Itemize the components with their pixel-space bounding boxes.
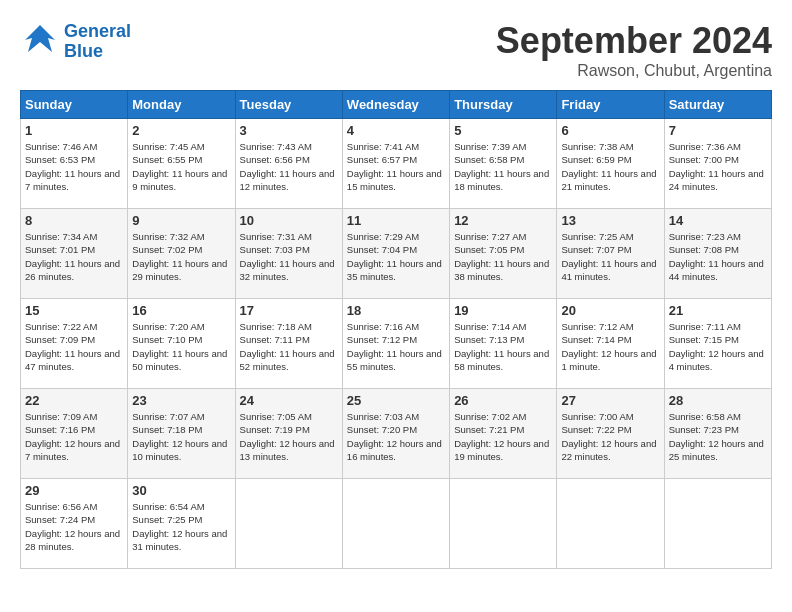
day-info: Sunrise: 7:36 AMSunset: 7:00 PMDaylight:… xyxy=(669,140,767,193)
calendar-cell: 3Sunrise: 7:43 AMSunset: 6:56 PMDaylight… xyxy=(235,119,342,209)
calendar-cell: 19Sunrise: 7:14 AMSunset: 7:13 PMDayligh… xyxy=(450,299,557,389)
calendar-cell xyxy=(664,479,771,569)
calendar-cell xyxy=(557,479,664,569)
day-number: 5 xyxy=(454,123,552,138)
calendar-cell: 26Sunrise: 7:02 AMSunset: 7:21 PMDayligh… xyxy=(450,389,557,479)
day-info: Sunrise: 6:54 AMSunset: 7:25 PMDaylight:… xyxy=(132,500,230,553)
calendar-week-row: 15Sunrise: 7:22 AMSunset: 7:09 PMDayligh… xyxy=(21,299,772,389)
day-number: 13 xyxy=(561,213,659,228)
calendar-cell: 25Sunrise: 7:03 AMSunset: 7:20 PMDayligh… xyxy=(342,389,449,479)
calendar-cell: 9Sunrise: 7:32 AMSunset: 7:02 PMDaylight… xyxy=(128,209,235,299)
day-info: Sunrise: 7:41 AMSunset: 6:57 PMDaylight:… xyxy=(347,140,445,193)
calendar-cell: 30Sunrise: 6:54 AMSunset: 7:25 PMDayligh… xyxy=(128,479,235,569)
day-number: 2 xyxy=(132,123,230,138)
day-info: Sunrise: 7:39 AMSunset: 6:58 PMDaylight:… xyxy=(454,140,552,193)
calendar-cell: 11Sunrise: 7:29 AMSunset: 7:04 PMDayligh… xyxy=(342,209,449,299)
day-number: 21 xyxy=(669,303,767,318)
day-info: Sunrise: 7:23 AMSunset: 7:08 PMDaylight:… xyxy=(669,230,767,283)
day-info: Sunrise: 7:11 AMSunset: 7:15 PMDaylight:… xyxy=(669,320,767,373)
day-number: 22 xyxy=(25,393,123,408)
day-number: 14 xyxy=(669,213,767,228)
calendar-table: SundayMondayTuesdayWednesdayThursdayFrid… xyxy=(20,90,772,569)
day-number: 26 xyxy=(454,393,552,408)
calendar-cell: 29Sunrise: 6:56 AMSunset: 7:24 PMDayligh… xyxy=(21,479,128,569)
day-info: Sunrise: 7:02 AMSunset: 7:21 PMDaylight:… xyxy=(454,410,552,463)
day-info: Sunrise: 7:20 AMSunset: 7:10 PMDaylight:… xyxy=(132,320,230,373)
day-info: Sunrise: 7:00 AMSunset: 7:22 PMDaylight:… xyxy=(561,410,659,463)
day-number: 23 xyxy=(132,393,230,408)
logo-text: General Blue xyxy=(64,22,131,62)
calendar-cell: 20Sunrise: 7:12 AMSunset: 7:14 PMDayligh… xyxy=(557,299,664,389)
day-number: 6 xyxy=(561,123,659,138)
calendar-cell xyxy=(342,479,449,569)
day-info: Sunrise: 7:43 AMSunset: 6:56 PMDaylight:… xyxy=(240,140,338,193)
calendar-cell: 5Sunrise: 7:39 AMSunset: 6:58 PMDaylight… xyxy=(450,119,557,209)
calendar-week-row: 29Sunrise: 6:56 AMSunset: 7:24 PMDayligh… xyxy=(21,479,772,569)
day-info: Sunrise: 7:16 AMSunset: 7:12 PMDaylight:… xyxy=(347,320,445,373)
day-number: 18 xyxy=(347,303,445,318)
weekday-header: Wednesday xyxy=(342,91,449,119)
calendar-week-row: 8Sunrise: 7:34 AMSunset: 7:01 PMDaylight… xyxy=(21,209,772,299)
day-number: 15 xyxy=(25,303,123,318)
calendar-week-row: 22Sunrise: 7:09 AMSunset: 7:16 PMDayligh… xyxy=(21,389,772,479)
calendar-cell: 28Sunrise: 6:58 AMSunset: 7:23 PMDayligh… xyxy=(664,389,771,479)
day-info: Sunrise: 7:25 AMSunset: 7:07 PMDaylight:… xyxy=(561,230,659,283)
day-info: Sunrise: 7:38 AMSunset: 6:59 PMDaylight:… xyxy=(561,140,659,193)
calendar-cell: 1Sunrise: 7:46 AMSunset: 6:53 PMDaylight… xyxy=(21,119,128,209)
day-info: Sunrise: 7:22 AMSunset: 7:09 PMDaylight:… xyxy=(25,320,123,373)
day-number: 9 xyxy=(132,213,230,228)
day-info: Sunrise: 7:46 AMSunset: 6:53 PMDaylight:… xyxy=(25,140,123,193)
calendar-cell: 10Sunrise: 7:31 AMSunset: 7:03 PMDayligh… xyxy=(235,209,342,299)
day-info: Sunrise: 7:29 AMSunset: 7:04 PMDaylight:… xyxy=(347,230,445,283)
day-number: 24 xyxy=(240,393,338,408)
calendar-cell: 23Sunrise: 7:07 AMSunset: 7:18 PMDayligh… xyxy=(128,389,235,479)
calendar-cell: 6Sunrise: 7:38 AMSunset: 6:59 PMDaylight… xyxy=(557,119,664,209)
calendar-cell: 4Sunrise: 7:41 AMSunset: 6:57 PMDaylight… xyxy=(342,119,449,209)
page-header: General Blue September 2024 Rawson, Chub… xyxy=(20,20,772,80)
day-number: 11 xyxy=(347,213,445,228)
day-info: Sunrise: 7:31 AMSunset: 7:03 PMDaylight:… xyxy=(240,230,338,283)
day-info: Sunrise: 7:12 AMSunset: 7:14 PMDaylight:… xyxy=(561,320,659,373)
day-info: Sunrise: 6:58 AMSunset: 7:23 PMDaylight:… xyxy=(669,410,767,463)
calendar-header-row: SundayMondayTuesdayWednesdayThursdayFrid… xyxy=(21,91,772,119)
logo-line2: Blue xyxy=(64,41,103,61)
day-number: 17 xyxy=(240,303,338,318)
day-info: Sunrise: 7:18 AMSunset: 7:11 PMDaylight:… xyxy=(240,320,338,373)
weekday-header: Thursday xyxy=(450,91,557,119)
logo-line1: General xyxy=(64,21,131,41)
calendar-week-row: 1Sunrise: 7:46 AMSunset: 6:53 PMDaylight… xyxy=(21,119,772,209)
day-number: 3 xyxy=(240,123,338,138)
calendar-cell: 12Sunrise: 7:27 AMSunset: 7:05 PMDayligh… xyxy=(450,209,557,299)
calendar-cell: 7Sunrise: 7:36 AMSunset: 7:00 PMDaylight… xyxy=(664,119,771,209)
calendar-cell: 27Sunrise: 7:00 AMSunset: 7:22 PMDayligh… xyxy=(557,389,664,479)
calendar-cell: 15Sunrise: 7:22 AMSunset: 7:09 PMDayligh… xyxy=(21,299,128,389)
month-title: September 2024 xyxy=(496,20,772,62)
day-number: 8 xyxy=(25,213,123,228)
day-info: Sunrise: 7:27 AMSunset: 7:05 PMDaylight:… xyxy=(454,230,552,283)
day-number: 4 xyxy=(347,123,445,138)
calendar-cell: 2Sunrise: 7:45 AMSunset: 6:55 PMDaylight… xyxy=(128,119,235,209)
weekday-header: Sunday xyxy=(21,91,128,119)
day-info: Sunrise: 7:34 AMSunset: 7:01 PMDaylight:… xyxy=(25,230,123,283)
calendar-cell: 22Sunrise: 7:09 AMSunset: 7:16 PMDayligh… xyxy=(21,389,128,479)
calendar-cell: 24Sunrise: 7:05 AMSunset: 7:19 PMDayligh… xyxy=(235,389,342,479)
day-info: Sunrise: 7:03 AMSunset: 7:20 PMDaylight:… xyxy=(347,410,445,463)
logo: General Blue xyxy=(20,20,131,64)
calendar-cell xyxy=(235,479,342,569)
title-block: September 2024 Rawson, Chubut, Argentina xyxy=(496,20,772,80)
day-info: Sunrise: 7:45 AMSunset: 6:55 PMDaylight:… xyxy=(132,140,230,193)
day-info: Sunrise: 7:32 AMSunset: 7:02 PMDaylight:… xyxy=(132,230,230,283)
day-number: 29 xyxy=(25,483,123,498)
day-info: Sunrise: 7:14 AMSunset: 7:13 PMDaylight:… xyxy=(454,320,552,373)
day-info: Sunrise: 7:05 AMSunset: 7:19 PMDaylight:… xyxy=(240,410,338,463)
day-info: Sunrise: 7:09 AMSunset: 7:16 PMDaylight:… xyxy=(25,410,123,463)
day-number: 16 xyxy=(132,303,230,318)
day-number: 20 xyxy=(561,303,659,318)
calendar-cell: 18Sunrise: 7:16 AMSunset: 7:12 PMDayligh… xyxy=(342,299,449,389)
calendar-cell: 17Sunrise: 7:18 AMSunset: 7:11 PMDayligh… xyxy=(235,299,342,389)
calendar-cell: 8Sunrise: 7:34 AMSunset: 7:01 PMDaylight… xyxy=(21,209,128,299)
calendar-cell xyxy=(450,479,557,569)
weekday-header: Monday xyxy=(128,91,235,119)
calendar-cell: 21Sunrise: 7:11 AMSunset: 7:15 PMDayligh… xyxy=(664,299,771,389)
logo-icon xyxy=(20,20,60,60)
